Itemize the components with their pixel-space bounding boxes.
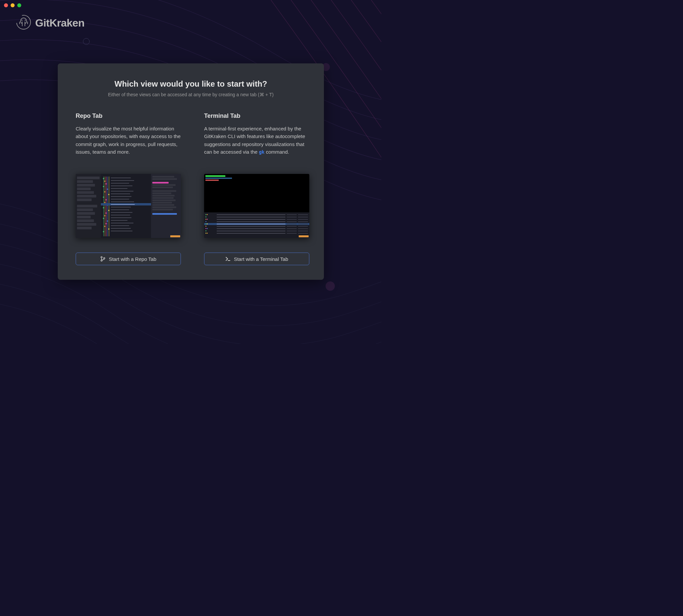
logo-text: GitKraken (35, 17, 84, 29)
svg-point-2 (25, 20, 26, 21)
close-button[interactable] (4, 3, 8, 7)
gk-command-text: gk (259, 149, 265, 155)
terminal-tab-description: A terminal-first experience, enhanced by… (204, 125, 309, 164)
terminal-icon (225, 256, 230, 262)
start-repo-tab-label: Start with a Repo Tab (109, 256, 156, 262)
git-branch-icon (100, 256, 106, 262)
gitkraken-icon (16, 15, 31, 31)
terminal-tab-option: Terminal Tab A terminal-first experience… (204, 112, 309, 265)
repo-tab-title: Repo Tab (76, 112, 181, 119)
svg-point-3 (101, 257, 102, 258)
repo-tab-preview (76, 174, 181, 238)
maximize-button[interactable] (17, 3, 21, 7)
start-terminal-tab-label: Start with a Terminal Tab (234, 256, 288, 262)
repo-tab-description: Clearly visualize the most helpful infor… (76, 125, 181, 164)
card-subtitle: Either of these views can be accessed at… (76, 92, 306, 97)
svg-point-1 (22, 20, 23, 21)
card-title: Which view would you like to start with? (76, 79, 306, 89)
svg-point-0 (16, 15, 31, 30)
terminal-tab-preview (204, 174, 309, 238)
onboarding-card: Which view would you like to start with?… (58, 63, 324, 280)
window-controls (4, 3, 21, 7)
repo-tab-option: Repo Tab Clearly visualize the most help… (76, 112, 181, 265)
svg-point-5 (104, 258, 105, 259)
terminal-tab-title: Terminal Tab (204, 112, 309, 119)
start-repo-tab-button[interactable]: Start with a Repo Tab (76, 252, 181, 265)
start-terminal-tab-button[interactable]: Start with a Terminal Tab (204, 252, 309, 265)
minimize-button[interactable] (10, 3, 15, 7)
app-logo: GitKraken (16, 15, 84, 31)
